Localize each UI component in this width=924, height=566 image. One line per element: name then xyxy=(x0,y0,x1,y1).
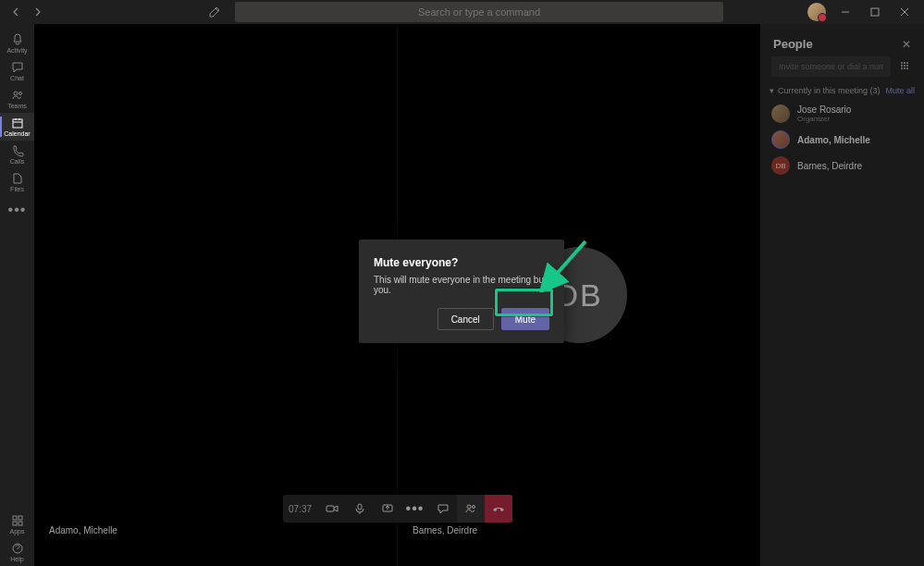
svg-rect-3 xyxy=(13,119,22,128)
svg-rect-6 xyxy=(13,522,17,525)
rail-activity[interactable]: Activity xyxy=(0,30,34,57)
rail-apps[interactable]: Apps xyxy=(0,511,34,538)
files-icon xyxy=(11,172,24,185)
nav-back-icon[interactable] xyxy=(7,3,26,21)
title-bar xyxy=(0,0,924,24)
window-close-button[interactable] xyxy=(894,2,915,22)
rail-label: Apps xyxy=(10,528,25,535)
rail-files[interactable]: Files xyxy=(0,168,34,196)
rail-calls[interactable]: Calls xyxy=(0,141,34,168)
rail-calendar[interactable]: Calendar xyxy=(0,113,34,141)
dialog-title: Mute everyone? xyxy=(374,256,549,269)
rail-label: Activity xyxy=(6,47,27,54)
mute-everyone-dialog: Mute everyone? This will mute everyone i… xyxy=(359,240,564,343)
rail-teams[interactable]: Teams xyxy=(0,85,34,113)
cancel-button[interactable]: Cancel xyxy=(437,308,494,330)
more-icon: ••• xyxy=(8,202,27,218)
search-input[interactable] xyxy=(235,2,723,22)
help-icon xyxy=(11,542,24,555)
rail-label: Calendar xyxy=(4,130,30,137)
svg-point-1 xyxy=(14,92,18,95)
apps-icon xyxy=(11,514,24,527)
user-avatar[interactable] xyxy=(807,3,826,21)
chat-icon xyxy=(11,61,24,74)
svg-point-2 xyxy=(18,92,21,95)
rail-label: Teams xyxy=(7,103,27,109)
rail-label: Help xyxy=(10,556,23,562)
window-maximize-button[interactable] xyxy=(865,2,885,22)
rail-help[interactable]: Help xyxy=(0,538,34,566)
app-rail: Activity Chat Teams Calendar Calls Files… xyxy=(0,24,34,566)
bell-icon xyxy=(11,33,24,46)
rail-label: Calls xyxy=(10,158,25,165)
svg-rect-7 xyxy=(18,522,22,525)
rail-label: Chat xyxy=(10,75,24,81)
svg-rect-0 xyxy=(871,8,879,16)
svg-rect-4 xyxy=(13,516,17,520)
compose-icon[interactable] xyxy=(203,1,226,23)
svg-rect-5 xyxy=(18,516,22,520)
rail-more[interactable]: ••• xyxy=(0,196,34,224)
rail-label: Files xyxy=(10,186,24,192)
nav-forward-icon[interactable] xyxy=(28,3,46,21)
rail-chat[interactable]: Chat xyxy=(0,57,34,85)
calendar-icon xyxy=(11,117,24,129)
mute-confirm-button[interactable]: Mute xyxy=(501,308,549,330)
teams-icon xyxy=(11,89,24,102)
dialog-body: This will mute everyone in the meeting b… xyxy=(374,275,549,295)
phone-icon xyxy=(11,144,24,157)
window-minimize-button[interactable] xyxy=(835,2,856,22)
